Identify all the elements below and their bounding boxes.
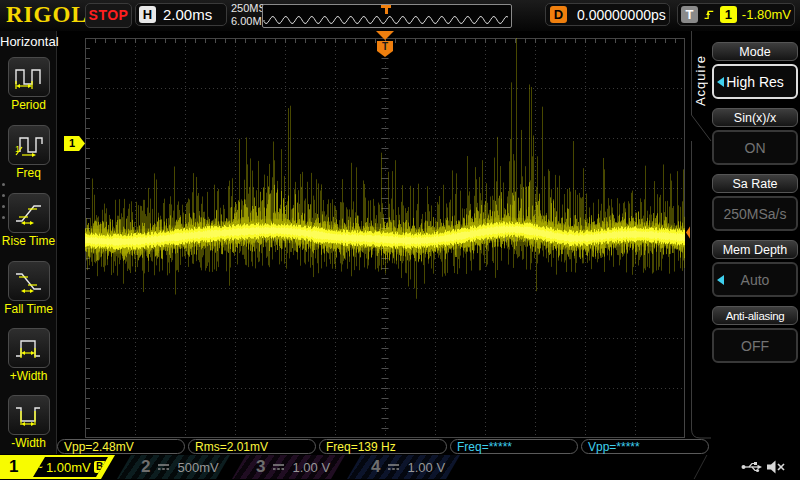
menu-item-value-box: OFF [712, 328, 798, 363]
menu-item-label: +Width [0, 369, 57, 383]
measurement-freq: Freq=139 Hz [319, 439, 447, 454]
channel-number: 1 [9, 457, 18, 477]
menu-item-minus-width[interactable]: -Width [0, 395, 57, 450]
timebase-value: 2.00ms [163, 6, 212, 23]
anti-aliasing-item[interactable]: Anti-aliasing OFF [712, 306, 798, 366]
delay-icon: D [550, 6, 567, 23]
menu-item-value-box: High Res [712, 64, 798, 99]
ac-coupling-icon: ~ [35, 462, 43, 472]
run-state-indicator: STOP [85, 3, 132, 28]
selection-arrow-icon [717, 275, 724, 285]
channel-number: 3 [256, 457, 265, 477]
trigger-position-arrow[interactable] [376, 31, 394, 40]
trigger-source-badge: 1 [720, 6, 737, 23]
trigger-edge-icon [703, 6, 715, 23]
menu-item-label: Rise Time [0, 234, 57, 248]
measurement-vpp: Vpp=2.48mV [57, 439, 185, 454]
menu-item-value: High Res [726, 74, 784, 90]
selection-arrow-icon [717, 77, 724, 87]
plus-width-icon [8, 328, 50, 368]
menu-item-header: Mem Depth [712, 240, 798, 259]
measurement-freq2: Freq=***** [450, 439, 578, 454]
minus-width-icon [8, 395, 50, 435]
menu-item-value-box: ON [712, 130, 798, 165]
menu-item-value: Auto [741, 272, 770, 288]
menu-item-fall-time[interactable]: Fall Time [0, 261, 57, 316]
menu-item-label: Period [0, 98, 57, 112]
menu-item-header: Sin(x)/x [712, 108, 798, 127]
graticule [85, 38, 685, 438]
dc-coupling-icon [387, 462, 400, 472]
status-bar-divider [694, 455, 708, 479]
header-bar: RIGOL STOP H 2.00ms 250MSa/s 6.00M pts D… [0, 0, 800, 31]
channel1-offset-marker[interactable]: 1 [64, 136, 85, 151]
menu-item-header: Sa Rate [712, 174, 798, 193]
channel4-badge[interactable]: 4 1.00 V [347, 455, 460, 479]
trigger-box[interactable]: T 1 -1.80mV [677, 3, 795, 26]
waveform-preview[interactable] [262, 4, 512, 28]
channel2-badge[interactable]: 2 500mV [117, 455, 230, 479]
sinxx-item[interactable]: Sin(x)/x ON [712, 108, 798, 168]
menu-item-rise-time[interactable]: Rise Time [0, 193, 57, 248]
acquire-mode-item[interactable]: Mode High Res [712, 42, 798, 102]
menu-item-value-box: Auto [712, 262, 798, 297]
menu-item-label: -Width [0, 436, 57, 450]
channel-number: 4 [371, 457, 380, 477]
menu-item-value: ON [745, 140, 766, 156]
measurement-rms: Rms=2.01mV [188, 439, 316, 454]
delay-box[interactable]: D 0.00000000ps [545, 3, 670, 26]
freq-icon: 1 [8, 125, 50, 165]
waveform-canvas [85, 38, 685, 438]
sample-rate-item[interactable]: Sa Rate 250MSa/s [712, 174, 798, 234]
dc-coupling-icon [157, 462, 170, 472]
trigger-level-value: -1.80mV [742, 7, 791, 22]
horizontal-icon: H [139, 6, 156, 23]
channel1-badge[interactable]: 1 ~ 1.00mV B [0, 455, 115, 479]
measurement-vpp2: Vpp=***** [581, 439, 709, 454]
menu-item-label: Freq [0, 166, 57, 180]
timebase-box[interactable]: H 2.00ms [135, 3, 227, 26]
menu-item-label: Fall Time [0, 302, 57, 316]
horizontal-measure-menu: Horizontal Period 1 [0, 31, 57, 454]
channel-status-bar: 1 ~ 1.00mV B 2 500mV 3 [0, 455, 800, 480]
menu-item-plus-width[interactable]: +Width [0, 328, 57, 383]
acquire-menu: Acquire Mode High Res Sin(x)/x ON Sa Rat… [690, 31, 800, 455]
menu-item-freq[interactable]: 1 Freq [0, 125, 57, 180]
left-menu-title: Horizontal [0, 34, 56, 49]
channel3-badge[interactable]: 3 1.00 V [232, 455, 345, 479]
menu-item-period[interactable]: Period [0, 57, 57, 112]
trigger-icon: T [681, 6, 698, 23]
rigol-logo: RIGOL [6, 2, 88, 28]
preview-trigger-marker[interactable] [381, 5, 391, 14]
menu-item-header: Mode [712, 42, 798, 61]
fall-time-icon [8, 261, 50, 301]
menu-scroll-indicator [2, 183, 5, 227]
period-icon [8, 57, 50, 97]
bandwidth-limit-icon: B [94, 461, 106, 473]
speaker-muted-icon [766, 459, 786, 475]
mem-depth-item[interactable]: Mem Depth Auto [712, 240, 798, 300]
dc-coupling-icon [272, 462, 285, 472]
channel-scale: 1.00 V [292, 460, 330, 475]
channel-number: 2 [141, 457, 150, 477]
menu-item-value: 250MSa/s [723, 206, 786, 222]
usb-icon [741, 461, 763, 473]
channel-scale: 500mV [177, 460, 218, 475]
menu-item-value: OFF [741, 338, 769, 354]
menu-item-value-box: 250MSa/s [712, 196, 798, 231]
rise-time-icon [8, 193, 50, 233]
channel-scale: 1.00mV [46, 460, 91, 475]
channel-scale: 1.00 V [407, 460, 445, 475]
menu-item-header: Anti-aliasing [712, 306, 798, 325]
channel1-scale-box: ~ 1.00mV B [33, 457, 108, 477]
oscilloscope-screen: RIGOL STOP H 2.00ms 250MSa/s 6.00M pts D… [0, 0, 800, 480]
acquire-tab-label[interactable]: Acquire [693, 55, 708, 106]
delay-value: 0.00000000ps [577, 7, 666, 23]
